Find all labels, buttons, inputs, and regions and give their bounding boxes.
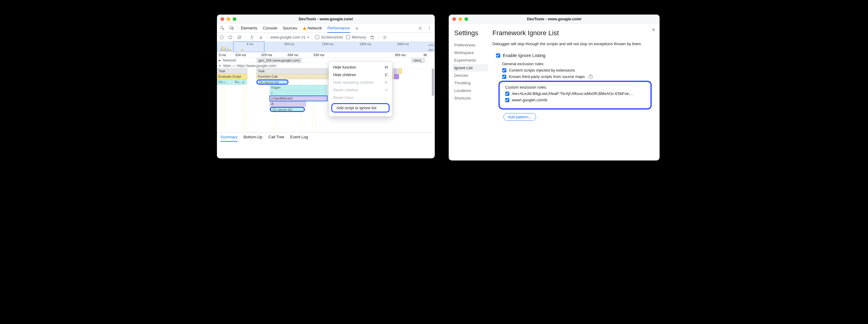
minimize-icon[interactable] [458,17,462,21]
titlebar[interactable]: DevTools - www.google.com/ [217,14,435,24]
menu-hide-children[interactable]: Hide childrenC [329,71,392,78]
custom-rule-2[interactable]: www\.google\.com\b [505,98,645,102]
nav-preferences[interactable]: Preferences [454,41,488,49]
collapse-icon[interactable]: ▼ [219,64,221,67]
inspect-element-icon[interactable] [219,25,225,31]
reload-icon[interactable] [227,34,233,40]
download-icon[interactable] [258,34,264,40]
flame-bar-a[interactable]: A [270,101,306,106]
minimize-icon[interactable] [227,17,230,21]
enable-ignore-listing-checkbox[interactable]: Enable Ignore Listing [496,53,652,58]
vertical-scrollbar[interactable] [431,69,435,132]
screenshots-checkbox[interactable]: Screenshots [315,35,343,39]
clear-icon[interactable] [236,34,242,40]
zoom-icon[interactable] [464,17,468,21]
screenshots-label: Screenshots [321,35,343,39]
expand-icon[interactable]: ▶ [219,59,221,62]
flame-bar[interactable] [396,74,399,79]
tab-event-log[interactable]: Event Log [290,133,308,141]
capture-target-select[interactable]: www.google.com #1▾ [270,35,309,39]
main-track-header[interactable]: ▼ Main — https://www.google.com/ [217,63,435,69]
capture-settings-icon[interactable] [382,34,388,40]
capture-target-label: www.google.com #1 [270,35,306,39]
more-tabs-icon[interactable]: » [355,24,358,32]
help-icon[interactable]: ? [589,75,593,79]
network-request-chip[interactable]: client_ [411,58,425,63]
panel-tabs: Elements Console Sources Network Perform… [241,24,358,32]
tab-console[interactable]: Console [263,24,277,32]
checkbox-checked-icon [496,54,500,58]
custom-rules-highlighted-box: Custom exclusion rules: /ee=ALeJib:B8gLw… [498,81,652,109]
nav-shortcuts[interactable]: Shortcuts [454,94,488,102]
collect-garbage-icon[interactable] [369,34,375,40]
nav-locations[interactable]: Locations [454,87,488,94]
tab-performance[interactable]: Performance [328,24,350,33]
nav-workspace[interactable]: Workspace [454,49,488,57]
main-label: Main — https://www.google.com/ [223,64,276,68]
menu-hide-function[interactable]: Hide functionH [329,63,392,71]
tab-summary[interactable]: Summary [221,133,238,142]
svg-point-8 [384,37,385,38]
page-description: Debugger will skip through the scripts a… [492,41,652,47]
tab-bottom-up[interactable]: Bottom-Up [244,133,262,141]
flame-bar[interactable] [399,69,402,74]
checkbox-checked-icon [505,98,509,102]
settings-sidebar: Settings Preferences Workspace Experimen… [449,24,488,160]
device-toolbar-icon[interactable] [228,25,235,31]
enable-label: Enable Ignore Listing [503,53,546,58]
flame-bar-c[interactable]: c [270,90,328,96]
settings-main: Framework Ignore List Debugger will skip… [488,24,659,160]
flame-bar-runs[interactable]: Ru…s [233,79,247,85]
menu-reset-children: Reset childrenU [329,86,392,94]
flame-bar-function-call[interactable]: Function Call [256,74,335,79]
flame-bar-trigger[interactable]: trigger [270,85,328,90]
tab-call-tree[interactable]: Call Tree [269,133,284,141]
panel-tabs-row: Elements Console Sources Network Perform… [217,24,435,33]
menu-add-script-to-ignore-list[interactable]: Add script to ignore list [331,103,390,112]
window-title: DevTools - www.google.com/ [449,17,659,21]
flame-bar-task[interactable]: Task [256,69,338,74]
flamechart[interactable]: Task Task Evaluate Script Function Call … [217,69,435,132]
svg-point-4 [429,26,430,27]
menu-hide-repeating-children: Hide repeating childrenR [329,78,392,86]
nav-throttling[interactable]: Throttling [454,79,488,87]
rule-third-party-scripts[interactable]: Known third-party scripts from source ma… [502,74,652,79]
flame-bar-on-ignore[interactable]: On i…list [217,79,233,85]
custom-rule-1[interactable]: /ee=ALeJib:B8gLwd;AfeaP:TkrAjf;Afksuc:wM… [505,91,645,96]
nav-experiments[interactable]: Experiments [454,57,488,64]
flame-bar-on-ignore-highlighted[interactable]: On ignore list [270,107,305,112]
nav-devices[interactable]: Devices [454,72,488,79]
add-pattern-button[interactable]: Add pattern... [503,113,536,121]
details-tabs: Summary Bottom-Up Call Tree Event Log [217,132,435,141]
flame-bar-task[interactable]: Task [217,69,247,74]
tab-sources[interactable]: Sources [283,24,297,32]
flame-bar-z-handleevent-selected[interactable]: z.handleEvent [270,96,328,101]
checkbox-icon [346,35,350,39]
titlebar[interactable]: DevTools - www.google.com/ [449,14,659,24]
flame-bar-on-ignore-highlighted[interactable]: On ignore list [256,79,288,85]
close-settings-icon[interactable] [650,27,656,33]
nav-ignore-list[interactable]: Ignore List [452,64,488,72]
flamechart-ruler: 9 ms 324 ms 329 ms 334 ms 339 ms 359 ms … [217,52,435,58]
network-track-header[interactable]: ▶ Network gen_204 (www.google.com) clien… [217,58,435,63]
rule-content-scripts[interactable]: Content scripts injected by extensions [502,68,652,72]
flame-bar-evaluate[interactable]: Evaluate Script [217,74,247,79]
close-icon[interactable] [221,17,224,21]
timeline-overview[interactable]: 4 ms 994 ms 1494 ms 1994 ms 2494 ms CPU … [217,42,435,52]
memory-label: Memory [352,35,366,39]
tab-elements[interactable]: Elements [241,24,257,32]
zoom-icon[interactable] [233,17,236,21]
record-button[interactable] [219,35,224,40]
network-label: Network [223,58,236,63]
upload-icon[interactable] [249,34,255,40]
overview-minimap [217,46,435,51]
context-menu: Hide functionH Hide childrenC Hide repea… [329,61,392,117]
network-request-chip[interactable]: gen_204 (www.google.com) [256,58,302,63]
kebab-menu-icon[interactable] [426,25,432,31]
svg-point-3 [420,28,421,29]
memory-checkbox[interactable]: Memory [346,35,366,39]
custom-rules-heading: Custom exclusion rules: [505,85,645,90]
gear-icon[interactable] [417,25,423,31]
tab-network[interactable]: Network [303,24,322,32]
close-icon[interactable] [452,17,456,21]
